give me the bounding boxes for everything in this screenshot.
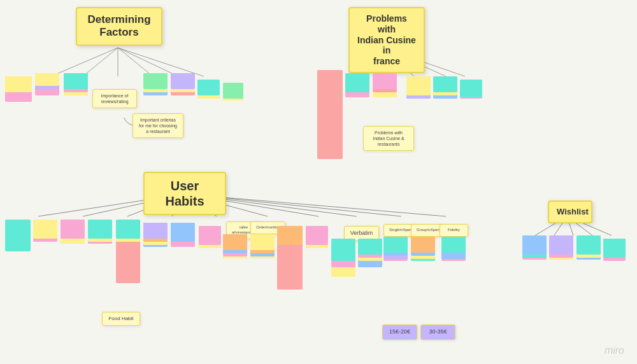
sticky-note[interactable] [358,239,382,255]
sticky-note[interactable] [5,76,32,92]
sticky-note[interactable] [522,235,547,255]
price-range-1-subtitle[interactable]: 15€-20€ [382,325,417,340]
svg-line-3 [118,48,178,76]
sticky-note[interactable] [171,223,195,242]
wishlist-title[interactable]: Wishlist [548,200,592,223]
sticky-note[interactable] [199,226,221,245]
svg-line-5 [51,48,118,76]
sticky-note[interactable] [331,239,355,261]
sticky-note[interactable] [171,73,195,89]
sticky-note[interactable] [33,220,57,239]
sticky-note[interactable] [143,73,168,89]
svg-line-0 [83,48,118,76]
price-range-2-subtitle[interactable]: 30-35€ [420,325,455,340]
food-habit-subtitle[interactable]: Food Habit [102,312,140,326]
sticky-note[interactable] [603,239,626,258]
connection-lines [0,0,637,364]
sticky-note[interactable] [5,220,31,251]
importance-reviews-subtitle[interactable]: Importance of reviews/rating [92,89,137,108]
determining-factors-title[interactable]: Determining Factors [76,7,162,46]
problems-title[interactable]: Problems with Indian Cusine in france [348,7,425,73]
group-spend-subtitle[interactable]: Group\nSpend [411,224,443,237]
sticky-note[interactable] [406,76,431,95]
sticky-note[interactable] [223,83,243,99]
sticky-note[interactable] [143,223,168,239]
sticky-note[interactable] [116,220,140,239]
sticky-note[interactable] [549,235,573,255]
sticky-note[interactable] [306,226,328,245]
sticky-note[interactable] [277,226,303,245]
sticky-note[interactable] [61,220,85,239]
sticky-note[interactable] [64,73,88,89]
fidelity-subtitle[interactable]: Fidelity [440,224,468,237]
problems-restaurants-subtitle[interactable]: Problems with Indian Cusine & restaurant… [363,126,414,151]
sticky-note[interactable] [345,73,369,92]
sticky-note[interactable] [35,73,59,86]
sticky-note[interactable] [576,235,601,255]
sticky-note[interactable] [383,237,408,253]
sticky-note[interactable] [433,76,457,92]
sticky-note[interactable] [197,80,220,95]
svg-line-4 [118,48,204,76]
sticky-note[interactable] [250,234,275,250]
sticky-note[interactable] [441,237,466,253]
svg-line-2 [118,48,153,76]
sticky-note[interactable] [88,220,112,239]
sticky-note[interactable] [373,73,397,89]
sticky-note[interactable] [317,70,343,159]
user-habits-title[interactable]: User Habits [143,172,226,215]
sticky-note[interactable] [460,80,482,97]
canvas: Determining Factors Problems with Indian… [0,0,637,364]
important-criteria-subtitle[interactable]: Important criterias for me for choosing … [132,113,183,138]
sticky-note[interactable] [223,234,247,250]
miro-logo: miro [605,345,624,356]
sticky-note[interactable] [411,237,435,253]
